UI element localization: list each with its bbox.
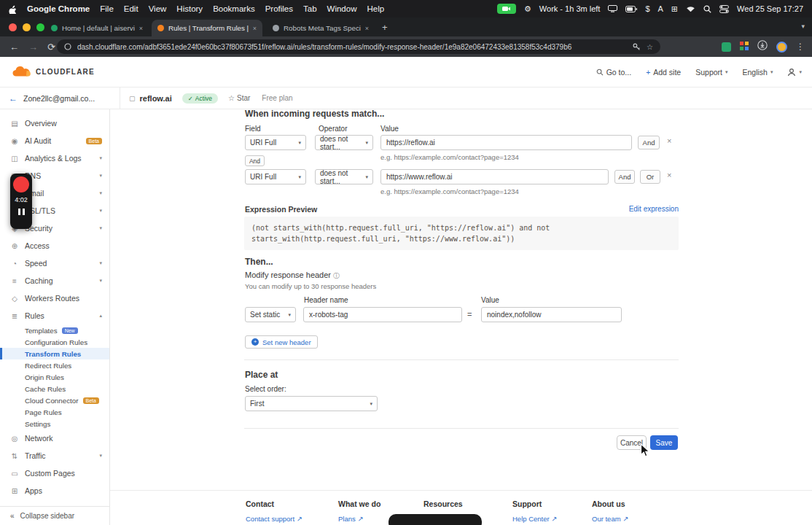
- forward-button[interactable]: →: [28, 42, 38, 52]
- sidebar-item-network[interactable]: ◎ Network: [0, 429, 109, 447]
- remove-condition-row1[interactable]: ×: [667, 136, 671, 145]
- chrome-menu-icon[interactable]: ⋮: [796, 42, 805, 52]
- address-bar[interactable]: dash.cloudflare.com/adbf3651ede24f0e60bc…: [57, 39, 660, 54]
- zone-name[interactable]: reflow.ai: [140, 94, 172, 103]
- and-connector-chip[interactable]: And: [245, 155, 265, 166]
- menu-tab[interactable]: Tab: [303, 4, 317, 13]
- grid-icon[interactable]: ⊞: [671, 4, 678, 14]
- sidebar-item-access[interactable]: ⊕ Access: [0, 237, 109, 254]
- display-icon[interactable]: [608, 5, 617, 12]
- operator-select-row2[interactable]: does not start... ▾: [315, 169, 373, 184]
- sidebar-item-analytics[interactable]: ◫ Analytics & Logs ▾: [0, 149, 109, 167]
- close-tab-icon[interactable]: ×: [365, 25, 369, 32]
- field-select-row1[interactable]: URI Full ▾: [245, 135, 306, 150]
- minimize-window-button[interactable]: [23, 23, 31, 31]
- sidebar-item-settings[interactable]: Settings: [0, 418, 109, 429]
- tab-transform-rules[interactable]: Rules | Transform Rules | Ma... ×: [152, 20, 262, 36]
- header-name-input[interactable]: [303, 307, 462, 322]
- downloads-icon[interactable]: [757, 40, 768, 53]
- star-zone-button[interactable]: ☆ Star: [228, 94, 250, 102]
- sidebar-item-cloud-connector[interactable]: Cloud Connector Beta: [0, 394, 109, 406]
- menu-bookmarks[interactable]: Bookmarks: [213, 4, 255, 13]
- wifi-icon[interactable]: [686, 5, 695, 12]
- menubar-app-name[interactable]: Google Chrome: [27, 4, 90, 13]
- close-tab-icon[interactable]: ×: [253, 25, 257, 32]
- menu-file[interactable]: File: [100, 4, 114, 13]
- reload-button[interactable]: ⟳: [47, 42, 55, 52]
- stop-record-button[interactable]: [13, 176, 29, 192]
- remove-condition-row2[interactable]: ×: [667, 171, 671, 179]
- and-button-row2[interactable]: And: [614, 170, 635, 184]
- site-info-icon[interactable]: [64, 43, 71, 50]
- close-window-button[interactable]: [9, 23, 17, 31]
- tab-search-icon[interactable]: ▾: [801, 23, 805, 30]
- operator-select-row1[interactable]: does not start... ▾: [315, 135, 373, 150]
- sidebar-item-traffic[interactable]: ⇅ Traffic ▾: [0, 447, 109, 464]
- support-menu[interactable]: Support ▾: [695, 68, 727, 77]
- zoom-window-button[interactable]: [36, 23, 44, 31]
- search-icon[interactable]: [703, 5, 711, 13]
- add-site-button[interactable]: + Add site: [646, 68, 681, 77]
- and-button-row1[interactable]: And: [638, 136, 660, 149]
- cloudflare-logo[interactable]: CLOUDFLARE: [10, 66, 95, 78]
- control-center-icon[interactable]: [719, 5, 729, 13]
- goto-search[interactable]: Go to...: [596, 68, 631, 77]
- gear-icon[interactable]: ⚙: [524, 4, 531, 14]
- footer-link[interactable]: Contact support ↗: [246, 515, 302, 523]
- sidebar-item-caching[interactable]: ≡ Caching ▾: [0, 272, 109, 289]
- tab-home[interactable]: Home | default | aiservice-pr... ×: [45, 20, 149, 36]
- sidebar-item-rules[interactable]: ≣ Rules ▴: [0, 307, 109, 324]
- set-type-select[interactable]: Set static ▾: [245, 307, 296, 322]
- sidebar-item-redirect-rules[interactable]: Redirect Rules: [0, 359, 109, 371]
- sidebar-item-templates[interactable]: Templates New: [0, 324, 109, 336]
- back-button[interactable]: ←: [9, 42, 19, 52]
- menu-profiles[interactable]: Profiles: [265, 4, 293, 13]
- menu-view[interactable]: View: [149, 4, 167, 13]
- bookmark-star-icon[interactable]: ☆: [647, 43, 653, 51]
- screen-record-badge[interactable]: [497, 4, 516, 14]
- battery-icon[interactable]: [625, 6, 637, 12]
- sidebar-item-cache-rules[interactable]: Cache Rules: [0, 383, 109, 394]
- info-icon[interactable]: ⓘ: [333, 272, 340, 279]
- sidebar-item-ai-audit[interactable]: ◉ AI Audit Beta: [0, 132, 109, 149]
- edit-expression-link[interactable]: Edit expression: [629, 205, 679, 213]
- set-new-header-button[interactable]: + Set new header: [245, 335, 318, 349]
- sidebar-item-workers-routes[interactable]: ◇ Workers Routes: [0, 289, 109, 307]
- save-button[interactable]: Save: [650, 435, 678, 450]
- extension-grid-icon[interactable]: [740, 40, 749, 53]
- pause-record-button[interactable]: [18, 209, 25, 215]
- input-source-icon[interactable]: A: [658, 4, 663, 13]
- sidebar-item-page-rules[interactable]: Page Rules: [0, 406, 109, 418]
- sidebar-item-speed[interactable]: ◔ Speed ▾: [0, 254, 109, 272]
- focus-status[interactable]: Work - 1h 3m left: [539, 4, 601, 13]
- menu-help[interactable]: Help: [367, 4, 384, 13]
- sidebar-item-transform-rules[interactable]: Transform Rules: [0, 348, 109, 359]
- sidebar-item-origin-rules[interactable]: Origin Rules: [0, 371, 109, 383]
- tab-robots-meta[interactable]: Robots Meta Tags Specificat... ×: [267, 20, 375, 36]
- new-tab-button[interactable]: +: [382, 22, 388, 33]
- header-value-input[interactable]: [481, 307, 622, 322]
- sidebar-item-configuration-rules[interactable]: Configuration Rules: [0, 336, 109, 348]
- footer-link[interactable]: Help Center ↗: [512, 515, 557, 523]
- profile-avatar[interactable]: [776, 42, 787, 52]
- language-menu[interactable]: English ▾: [743, 68, 773, 77]
- dollar-icon[interactable]: $: [645, 4, 649, 13]
- menubar-clock[interactable]: Wed 25 Sep 17:27: [737, 4, 803, 13]
- menu-window[interactable]: Window: [327, 4, 357, 13]
- menu-edit[interactable]: Edit: [124, 4, 138, 13]
- sidebar-item-custom-pages[interactable]: ▭ Custom Pages: [0, 464, 109, 482]
- or-button-row2[interactable]: Or: [640, 170, 660, 184]
- back-arrow-icon[interactable]: ←: [9, 93, 17, 104]
- account-name[interactable]: Zone2llc@gmail.co...: [23, 94, 104, 103]
- sidebar-item-overview[interactable]: ▤ Overview: [0, 114, 109, 132]
- footer-link[interactable]: Our team ↗: [592, 515, 628, 523]
- extension-green-icon[interactable]: [722, 42, 731, 52]
- field-select-row2[interactable]: URI Full ▾: [245, 169, 306, 184]
- sidebar-item-apps[interactable]: ⊞ Apps: [0, 482, 109, 499]
- menu-history[interactable]: History: [176, 4, 203, 13]
- value-input-row1[interactable]: [380, 135, 632, 150]
- password-key-icon[interactable]: [633, 43, 641, 51]
- order-select[interactable]: First ▾: [245, 396, 378, 411]
- collapse-sidebar-button[interactable]: « Collapse sidebar: [0, 506, 109, 525]
- footer-link[interactable]: Plans ↗: [338, 515, 380, 523]
